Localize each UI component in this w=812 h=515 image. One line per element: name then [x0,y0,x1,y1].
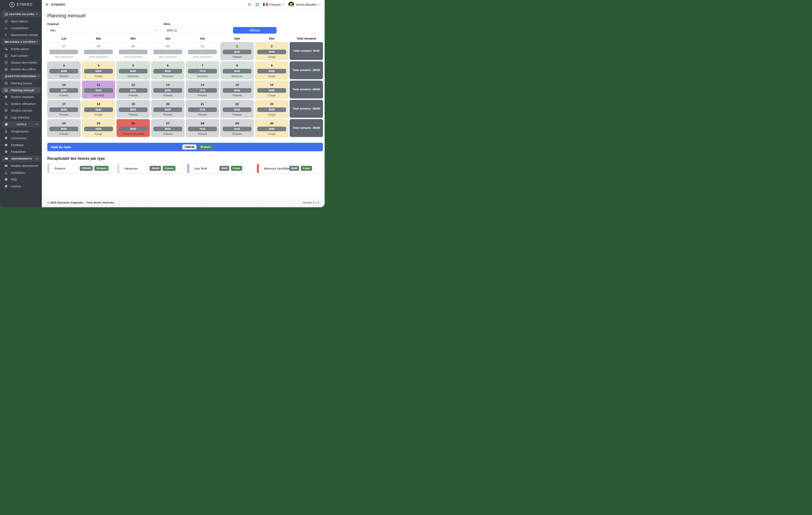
chevron-down-icon [35,40,38,43]
sidebar-item-gestion-des-coffres[interactable]: Gestion des coffres [1,66,40,73]
day-status-label: Présent [186,133,219,136]
sidebar-item-gestion-employes[interactable]: Gestion employés [1,94,40,100]
sidebar-item-licence[interactable]: Licence [1,183,40,189]
sidebar-item-ajout-valeurs[interactable]: Ajout valeurs [1,18,40,25]
sidebar-item-logs-planning[interactable]: Logs planning [1,114,40,120]
day-number: 10 [48,83,80,87]
recap-badges: 30h004 jours [150,166,175,171]
download-icon [4,171,8,174]
day-hours-badge: 7h15 [188,107,217,112]
sidebar-item-label: Mouvements compte [11,33,38,37]
page-title: Planning mensuel [47,13,323,19]
day-number: 22 [221,102,254,106]
day-cell-29: 29--Mois précédent [117,42,150,60]
sidebar-section-caisses-entrees[interactable]: CAISSES & ENTRÉES [1,38,40,45]
chevron-down-icon [35,13,38,16]
day-cell-12: 128h00Présent [117,81,150,99]
sidebar-item-feedback[interactable]: Feedback [1,142,40,148]
sidebar-item-planning-mensuel[interactable]: AugPlanning mensuel [1,87,40,93]
sidebar-section-gestion-personnel[interactable]: GESTION PERSONNEL [1,73,40,80]
sidebar-item-label: Gestion contrats [11,109,32,112]
language-selector[interactable]: Français ▼ [263,3,284,6]
day-status-label: Présent [117,113,150,116]
month-input[interactable] [164,27,230,33]
day-cell-21: 217h15Présent [186,100,219,118]
sidebar-item-connexions[interactable]: Connexions [1,135,40,141]
caret-down-icon: ▼ [319,4,321,5]
sidebar-section-abonnements[interactable]: ABONNEMENTS [1,156,40,162]
sidebar-item-label: Gestion utilisateurs [11,102,36,106]
day-hours-badge: 0h00 [257,88,286,93]
sidebar-item-gestion-contrats[interactable]: Gestion contrats [1,107,40,114]
sidebar-item-installation[interactable]: Installation [1,169,40,176]
day-hours-badge: 8h00 [119,69,148,74]
recap-hours-badge: 30h00 [150,166,161,171]
day-cell-22: 226h45Présent [221,100,254,118]
chart-line-icon [4,12,8,16]
thermometer-icon [4,130,8,133]
employee-select[interactable]: Alex [47,27,161,33]
day-status-label: Congé [255,55,288,59]
sidebar-item-planning-horaire[interactable]: Planning horaire [1,80,40,87]
chevron-down-icon [35,123,38,126]
sidebar-item-mouvements-compte[interactable]: €Mouvements compte [1,32,40,38]
topbar-brand: SYNKRO [51,3,65,6]
sidebar-section-gestion-valeurs[interactable]: GESTION VALEURS [1,11,40,17]
fullscreen-icon[interactable] [255,3,259,6]
sidebar-item-faq[interactable]: ?FAQ [1,176,40,183]
week-total-label: Total semaine: 38h00 [292,126,320,130]
menu-toggle-icon[interactable] [45,3,49,6]
day-status-label: Vacances [151,75,184,78]
afficher-button[interactable]: Afficher [233,27,277,33]
question-circle-icon: ? [4,178,8,181]
recap-days-badge: 16 jours [94,166,109,171]
day-hours-badge: 8h00 [49,127,78,131]
day-status-label: Présent [48,94,80,97]
user-menu[interactable]: Simon Beaulieu ▼ [288,2,321,7]
sidebar-item-comparaison[interactable]: Comparaison [1,25,40,31]
chevron-down-icon [35,157,38,160]
sidebar-item-suivi-caisses[interactable]: Suivi caisses [1,53,40,59]
day-status-label: Présent [48,133,80,136]
day-cell-7: 77h15Vacances [186,61,219,79]
day-hours-badge: 8h00 [119,88,148,93]
day-hours-badge: 0h00 [257,107,286,112]
svg-text:Aug: Aug [5,90,7,91]
day-number: 14 [186,83,219,87]
recap-color-stripe [187,164,189,173]
sidebar-item-temperatures[interactable]: Températures [1,128,40,135]
sidebar-item-gestion-des-entrees[interactable]: Gestion des entrées [1,59,40,66]
sidebar-item-label: Paramètres [11,150,26,154]
sidebar-item-entree-caisse[interactable]: Entrée caisse [1,46,40,52]
day-number: 24 [48,121,80,125]
day-number: 4 [82,64,115,67]
file-lines-icon [4,116,8,119]
day-cell-6: 68h00Vacances [151,61,184,79]
employee-select-value: Alex [50,29,56,32]
search-icon[interactable] [248,3,252,6]
filter-bar: Employé Alex Mois Afficher [47,22,323,33]
day-status-label: Présent [221,133,254,136]
day-cell-24: 248h00Présent [47,119,81,137]
day-status-label: Présent [117,94,150,97]
sidebar-item-label: Feedback [11,143,24,147]
sidebar-logo[interactable]: S SYNKRO [0,0,42,9]
day-status-label: Absence injustifiée [117,133,150,136]
day-hours-badge: 6h45 [223,107,252,112]
day-cell-17: 178h00Présent [47,100,81,118]
day-hours-badge: 8h00 [153,127,182,131]
sidebar-section-label: ABONNEMENTS [8,157,35,160]
day-hours-badge: -- [119,50,148,54]
recap-cards: Présent120h4516 joursVacances30h004 jour… [47,163,323,173]
content: Planning mensuel Employé Alex Mois Affic… [42,9,325,198]
day-status-label: Mois précédent [48,55,80,59]
banknote-icon [4,40,8,44]
sidebar-item-parametres[interactable]: Paramètres [1,148,40,155]
day-header-jeu: Jeu [151,37,184,40]
day-hours-badge: 6h45 [223,88,252,93]
sidebar-section-outils[interactable]: OUTILS [1,121,40,128]
copyright-text: © 2025 Salvatore Zagarella – Tous droits… [47,201,115,204]
sidebar-item-gestion-abonnement[interactable]: Gestion abonnement [1,163,40,169]
app-window: S SYNKRO GESTION VALEURSAjout valeursCom… [0,0,325,207]
sidebar-item-gestion-utilisateurs[interactable]: Gestion utilisateurs [1,101,40,107]
